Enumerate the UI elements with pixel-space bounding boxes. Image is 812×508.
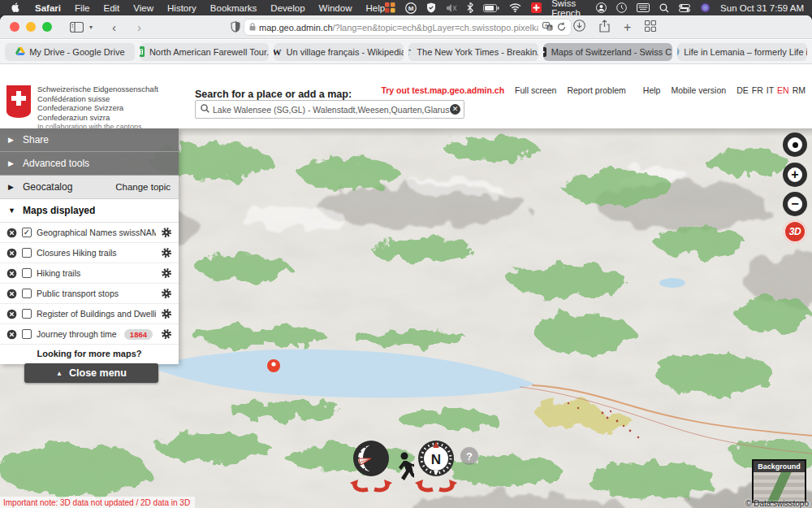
share-icon[interactable]: [599, 20, 610, 36]
lang-fr[interactable]: FR: [752, 85, 763, 95]
navigation-help-button[interactable]: ?: [460, 447, 478, 465]
test-site-link[interactable]: Try out test.map.geo.admin.ch: [381, 85, 504, 95]
layer-row-5[interactable]: Journey through time - Maps 1864: [0, 324, 179, 345]
menu-safari[interactable]: Safari: [35, 3, 61, 13]
new-tab-icon[interactable]: +: [624, 20, 631, 35]
sidebar-toggle-icon[interactable]: [70, 22, 84, 33]
layer-settings-gear-icon[interactable]: [161, 227, 172, 238]
layer-checkbox-1[interactable]: [22, 248, 32, 258]
tilt-arrows-icon[interactable]: [348, 479, 394, 493]
layer-checkbox-2[interactable]: [22, 268, 32, 278]
control-center-icon[interactable]: [679, 4, 690, 12]
input-source-label[interactable]: Swiss French: [551, 0, 586, 18]
close-window-button[interactable]: [10, 22, 19, 32]
lang-de[interactable]: DE: [736, 85, 749, 95]
lang-it[interactable]: IT: [767, 85, 774, 95]
layer-row-2[interactable]: Hiking trails: [0, 263, 179, 284]
lang-rm[interactable]: RM: [793, 85, 806, 95]
bluetooth-icon[interactable]: [467, 2, 473, 13]
menu-view[interactable]: View: [133, 3, 153, 13]
sidebar-item-advanced-tools[interactable]: ▶ Advanced tools: [0, 152, 179, 176]
spotlight-icon[interactable]: [659, 3, 669, 13]
sidebar-item-share[interactable]: ▶ Share: [0, 128, 179, 152]
layer-settings-gear-icon[interactable]: [161, 308, 172, 319]
mute-icon[interactable]: [446, 3, 457, 13]
compass-control[interactable]: N: [418, 441, 459, 497]
menu-bookmarks[interactable]: Bookmarks: [210, 3, 257, 13]
menu-file[interactable]: File: [75, 3, 90, 13]
shield-check-icon[interactable]: [426, 2, 436, 13]
sidebar-item-maps-displayed[interactable]: ▼ Maps displayed: [0, 199, 179, 223]
tab-3[interactable]: T The New York Times - Breakin...: [408, 43, 538, 61]
layer-settings-gear-icon[interactable]: [161, 288, 172, 299]
zoom-out-button[interactable]: −: [783, 192, 807, 216]
remove-layer-icon[interactable]: [6, 309, 17, 319]
remove-layer-icon[interactable]: [6, 268, 17, 279]
remove-layer-icon[interactable]: [6, 248, 17, 258]
menu-history[interactable]: History: [167, 3, 197, 13]
tilt-control[interactable]: [353, 441, 394, 497]
sidebar-item-geocatalog[interactable]: ▶ Geocatalog Change topic: [0, 176, 179, 199]
menu-window[interactable]: Window: [319, 3, 352, 13]
tab-4[interactable]: Maps of Switzerland - Swiss C...: [543, 43, 673, 61]
menu-develop[interactable]: Develop: [270, 3, 304, 13]
battery-icon[interactable]: [483, 4, 499, 12]
input-source-flag-icon[interactable]: [531, 2, 542, 13]
url-bar[interactable]: map.geo.admin.ch/?lang=en&topic=ech&bgLa…: [244, 19, 572, 36]
layer-settings-gear-icon[interactable]: [161, 247, 172, 258]
rotate-arrows-icon[interactable]: [413, 479, 459, 493]
layer-row-1[interactable]: Closures Hiking trails: [0, 243, 179, 263]
siri-icon[interactable]: [700, 2, 710, 13]
back-button[interactable]: ‹: [112, 20, 116, 34]
translate-icon[interactable]: Aあ: [542, 22, 553, 33]
layer-row-0[interactable]: ✓ Geographical Names swissNAMES3D: [0, 223, 179, 243]
timestamp-badge[interactable]: 1864: [124, 329, 153, 340]
report-problem-link[interactable]: Report problem: [567, 85, 625, 95]
time-machine-icon[interactable]: [616, 2, 627, 13]
tab-2[interactable]: W Un village français - Wikipedia: [274, 43, 404, 61]
apple-menu-icon[interactable]: [11, 2, 21, 14]
search-input[interactable]: [213, 105, 450, 115]
geolocation-button[interactable]: [783, 132, 807, 157]
remove-layer-icon[interactable]: [6, 228, 17, 238]
layer-checkbox-4[interactable]: [22, 309, 32, 319]
extension-icon[interactable]: [385, 2, 395, 13]
layer-checkbox-3[interactable]: [22, 289, 32, 298]
layer-checkbox-5[interactable]: [22, 329, 32, 339]
remove-layer-icon[interactable]: [6, 289, 17, 299]
wifi-icon[interactable]: [509, 3, 521, 12]
background-thumbnail[interactable]: [754, 472, 805, 501]
layer-settings-gear-icon[interactable]: [161, 267, 172, 279]
layer-checkbox-0[interactable]: ✓: [22, 228, 32, 237]
privacy-shield-icon[interactable]: [231, 21, 240, 33]
forward-button[interactable]: ›: [137, 20, 141, 34]
zoom-in-button[interactable]: +: [783, 163, 807, 187]
clear-search-icon[interactable]: ✕: [450, 104, 460, 115]
minimize-window-button[interactable]: [26, 22, 36, 32]
layer-row-3[interactable]: Public transport stops: [0, 284, 179, 304]
tab-5[interactable]: W Life in Lemania – formerly Life i...: [677, 43, 807, 61]
data-attribution[interactable]: © Data:swisstopo: [745, 499, 809, 508]
tab-overview-icon[interactable]: [645, 20, 656, 35]
background-selector[interactable]: Background: [752, 459, 806, 503]
menubar-clock[interactable]: Sun Oct 31 7:59 AM: [720, 3, 804, 13]
tab-0[interactable]: My Drive - Google Drive: [5, 43, 135, 61]
search-box[interactable]: ✕: [195, 100, 464, 119]
layer-settings-gear-icon[interactable]: [161, 328, 172, 340]
tab-1[interactable]: North American Farewell Tour...: [140, 43, 270, 61]
menu-help[interactable]: Help: [365, 3, 385, 13]
zoom-window-button[interactable]: [42, 22, 52, 32]
help-link[interactable]: Help: [643, 85, 661, 95]
more-maps-link[interactable]: Looking for more maps?: [0, 345, 179, 364]
m-app-icon[interactable]: M: [405, 2, 417, 14]
close-menu-button[interactable]: ▲ Close menu: [24, 363, 158, 383]
change-topic-link[interactable]: Change topic: [115, 182, 171, 192]
reload-icon[interactable]: [557, 22, 566, 33]
remove-layer-icon[interactable]: [6, 329, 17, 340]
user-icon[interactable]: [596, 2, 607, 13]
mobile-version-link[interactable]: Mobile version: [671, 85, 726, 95]
pedestrian-mode-icon[interactable]: [393, 452, 414, 488]
sidebar-chevron-icon[interactable]: ▾: [89, 24, 93, 31]
menu-edit[interactable]: Edit: [104, 3, 120, 13]
full-screen-link[interactable]: Full screen: [515, 85, 556, 95]
